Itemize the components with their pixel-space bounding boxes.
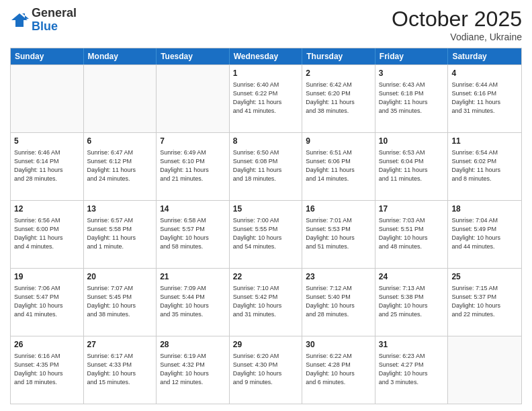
cell-info: Sunrise: 7:06 AM Sunset: 5:47 PM Dayligh…: [14, 284, 80, 319]
calendar-cell: 24Sunrise: 7:13 AM Sunset: 5:38 PM Dayli…: [375, 269, 449, 336]
cell-info: Sunrise: 7:03 AM Sunset: 5:51 PM Dayligh…: [379, 216, 445, 251]
cell-date: 27: [87, 339, 153, 351]
cell-info: Sunrise: 6:44 AM Sunset: 6:16 PM Dayligh…: [451, 81, 518, 116]
cell-date: 3: [379, 68, 445, 79]
cell-date: 23: [306, 271, 371, 283]
calendar-cell: 17Sunrise: 7:03 AM Sunset: 5:51 PM Dayli…: [375, 201, 449, 268]
calendar-cell: 30Sunrise: 6:22 AM Sunset: 4:28 PM Dayli…: [302, 336, 375, 404]
calendar-cell: 18Sunrise: 7:04 AM Sunset: 5:49 PM Dayli…: [448, 201, 521, 268]
cell-date: 17: [379, 203, 445, 215]
logo-icon: [10, 11, 29, 30]
calendar-cell: [448, 336, 521, 404]
cell-date: 28: [160, 339, 226, 351]
cell-info: Sunrise: 7:00 AM Sunset: 5:55 PM Dayligh…: [233, 216, 299, 251]
cell-info: Sunrise: 6:40 AM Sunset: 6:22 PM Dayligh…: [233, 81, 299, 116]
calendar-cell: 15Sunrise: 7:00 AM Sunset: 5:55 PM Dayli…: [230, 201, 303, 268]
cell-date: 30: [306, 339, 371, 351]
month-title: October 2025: [392, 7, 522, 32]
calendar-row: 12Sunrise: 6:56 AM Sunset: 6:00 PM Dayli…: [11, 200, 521, 268]
cell-info: Sunrise: 6:51 AM Sunset: 6:06 PM Dayligh…: [306, 148, 371, 183]
calendar-header: SundayMondayTuesdayWednesdayThursdayFrid…: [11, 48, 521, 64]
calendar-cell: 5Sunrise: 6:46 AM Sunset: 6:14 PM Daylig…: [11, 133, 84, 200]
cell-info: Sunrise: 6:17 AM Sunset: 4:33 PM Dayligh…: [87, 352, 153, 387]
calendar-cell: 7Sunrise: 6:49 AM Sunset: 6:10 PM Daylig…: [157, 133, 230, 200]
cell-date: 22: [233, 271, 299, 283]
logo: General Blue: [10, 7, 77, 34]
cell-info: Sunrise: 6:43 AM Sunset: 6:18 PM Dayligh…: [379, 81, 445, 116]
page: General Blue October 2025 Vodiane, Ukrai…: [0, 0, 532, 411]
weekday-header: Monday: [84, 48, 157, 64]
cell-date: 2: [306, 68, 371, 79]
cell-info: Sunrise: 6:16 AM Sunset: 4:35 PM Dayligh…: [14, 352, 80, 387]
cell-date: 26: [14, 339, 80, 351]
cell-date: 16: [306, 203, 371, 215]
cell-date: 24: [379, 271, 445, 283]
calendar-cell: 11Sunrise: 6:54 AM Sunset: 6:02 PM Dayli…: [448, 133, 521, 200]
calendar-cell: 21Sunrise: 7:09 AM Sunset: 5:44 PM Dayli…: [157, 269, 230, 336]
cell-date: 5: [14, 136, 80, 147]
calendar-cell: 2Sunrise: 6:42 AM Sunset: 6:20 PM Daylig…: [302, 65, 375, 132]
cell-info: Sunrise: 6:54 AM Sunset: 6:02 PM Dayligh…: [451, 148, 518, 183]
cell-date: 15: [233, 203, 299, 215]
header: General Blue October 2025 Vodiane, Ukrai…: [10, 7, 522, 42]
cell-info: Sunrise: 7:07 AM Sunset: 5:45 PM Dayligh…: [87, 284, 153, 319]
cell-info: Sunrise: 6:56 AM Sunset: 6:00 PM Dayligh…: [14, 216, 80, 251]
calendar-cell: 1Sunrise: 6:40 AM Sunset: 6:22 PM Daylig…: [230, 65, 303, 132]
cell-info: Sunrise: 6:57 AM Sunset: 5:58 PM Dayligh…: [87, 216, 153, 251]
cell-date: 4: [451, 68, 518, 79]
calendar-cell: 25Sunrise: 7:15 AM Sunset: 5:37 PM Dayli…: [448, 269, 521, 336]
calendar-cell: 8Sunrise: 6:50 AM Sunset: 6:08 PM Daylig…: [230, 133, 303, 200]
calendar-cell: 16Sunrise: 7:01 AM Sunset: 5:53 PM Dayli…: [302, 201, 375, 268]
cell-info: Sunrise: 6:22 AM Sunset: 4:28 PM Dayligh…: [306, 352, 371, 387]
calendar-row: 19Sunrise: 7:06 AM Sunset: 5:47 PM Dayli…: [11, 268, 521, 336]
cell-date: 29: [233, 339, 299, 351]
svg-marker-0: [11, 13, 28, 27]
logo-blue-text: Blue: [32, 19, 58, 33]
cell-info: Sunrise: 6:42 AM Sunset: 6:20 PM Dayligh…: [306, 81, 371, 116]
cell-info: Sunrise: 7:12 AM Sunset: 5:40 PM Dayligh…: [306, 284, 371, 319]
cell-date: 25: [451, 271, 518, 283]
weekday-header: Friday: [375, 48, 449, 64]
cell-date: 6: [87, 136, 153, 147]
cell-info: Sunrise: 7:13 AM Sunset: 5:38 PM Dayligh…: [379, 284, 445, 319]
calendar-cell: 23Sunrise: 7:12 AM Sunset: 5:40 PM Dayli…: [302, 269, 375, 336]
calendar-cell: 26Sunrise: 6:16 AM Sunset: 4:35 PM Dayli…: [11, 336, 84, 404]
calendar-body: 1Sunrise: 6:40 AM Sunset: 6:22 PM Daylig…: [11, 64, 521, 404]
weekday-header: Sunday: [11, 48, 84, 64]
calendar-cell: [84, 65, 157, 132]
cell-date: 10: [379, 136, 445, 147]
cell-info: Sunrise: 6:20 AM Sunset: 4:30 PM Dayligh…: [233, 352, 299, 387]
calendar-cell: 10Sunrise: 6:53 AM Sunset: 6:04 PM Dayli…: [375, 133, 449, 200]
cell-date: 31: [379, 339, 445, 351]
cell-info: Sunrise: 6:46 AM Sunset: 6:14 PM Dayligh…: [14, 148, 80, 183]
cell-info: Sunrise: 6:50 AM Sunset: 6:08 PM Dayligh…: [233, 148, 299, 183]
cell-date: 13: [87, 203, 153, 215]
cell-date: 12: [14, 203, 80, 215]
calendar-cell: 19Sunrise: 7:06 AM Sunset: 5:47 PM Dayli…: [11, 269, 84, 336]
calendar-cell: 6Sunrise: 6:47 AM Sunset: 6:12 PM Daylig…: [84, 133, 157, 200]
calendar-cell: [157, 65, 230, 132]
calendar-cell: 14Sunrise: 6:58 AM Sunset: 5:57 PM Dayli…: [157, 201, 230, 268]
cell-info: Sunrise: 6:49 AM Sunset: 6:10 PM Dayligh…: [160, 148, 226, 183]
calendar-cell: 20Sunrise: 7:07 AM Sunset: 5:45 PM Dayli…: [84, 269, 157, 336]
calendar-row: 1Sunrise: 6:40 AM Sunset: 6:22 PM Daylig…: [11, 64, 521, 132]
weekday-header: Saturday: [448, 48, 521, 64]
weekday-header: Thursday: [302, 48, 375, 64]
cell-date: 14: [160, 203, 226, 215]
cell-date: 8: [233, 136, 299, 147]
calendar-row: 26Sunrise: 6:16 AM Sunset: 4:35 PM Dayli…: [11, 336, 521, 404]
calendar-cell: 12Sunrise: 6:56 AM Sunset: 6:00 PM Dayli…: [11, 201, 84, 268]
cell-info: Sunrise: 6:53 AM Sunset: 6:04 PM Dayligh…: [379, 148, 445, 183]
cell-date: 18: [451, 203, 518, 215]
weekday-header: Tuesday: [157, 48, 230, 64]
cell-info: Sunrise: 6:47 AM Sunset: 6:12 PM Dayligh…: [87, 148, 153, 183]
calendar-cell: 27Sunrise: 6:17 AM Sunset: 4:33 PM Dayli…: [84, 336, 157, 404]
title-block: October 2025 Vodiane, Ukraine: [392, 7, 522, 42]
calendar-row: 5Sunrise: 6:46 AM Sunset: 6:14 PM Daylig…: [11, 132, 521, 200]
calendar-cell: 28Sunrise: 6:19 AM Sunset: 4:32 PM Dayli…: [157, 336, 230, 404]
cell-date: 20: [87, 271, 153, 283]
cell-info: Sunrise: 7:10 AM Sunset: 5:42 PM Dayligh…: [233, 284, 299, 319]
cell-info: Sunrise: 6:23 AM Sunset: 4:27 PM Dayligh…: [379, 352, 445, 387]
calendar-cell: 13Sunrise: 6:57 AM Sunset: 5:58 PM Dayli…: [84, 201, 157, 268]
cell-date: 11: [451, 136, 518, 147]
